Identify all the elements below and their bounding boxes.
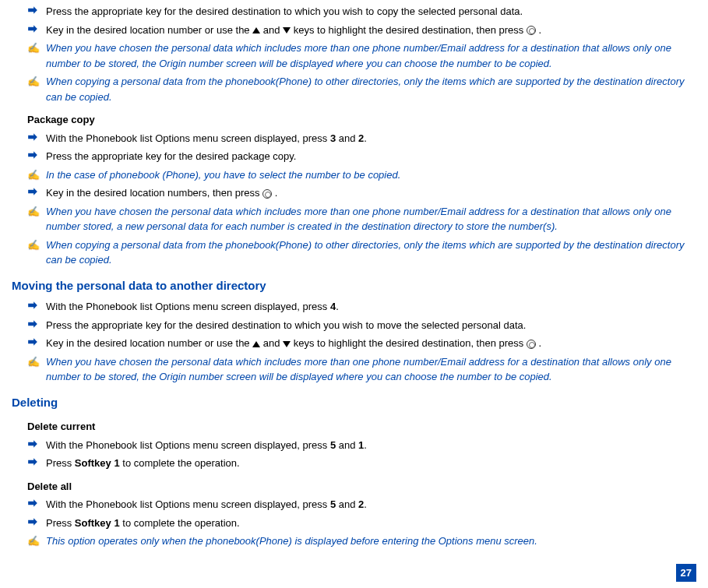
hand-icon bbox=[27, 516, 41, 531]
note-text: This option operates only when the phone… bbox=[46, 533, 696, 549]
text-fragment: and bbox=[260, 337, 283, 349]
text-fragment: and bbox=[336, 439, 358, 451]
key-reference: Softkey 1 bbox=[75, 517, 120, 529]
key-reference: Softkey 1 bbox=[75, 457, 120, 469]
note-text: When you have chosen the personal data w… bbox=[46, 354, 696, 385]
instruction-text: Key in the desired location number or us… bbox=[46, 23, 696, 38]
hand-icon bbox=[27, 23, 41, 38]
note-icon: ✍ bbox=[27, 167, 41, 183]
text-fragment: With the Phonebook list Options menu scr… bbox=[46, 301, 330, 312]
text-fragment: With the Phonebook list Options menu scr… bbox=[46, 498, 330, 510]
text-fragment: Key in the desired location numbers, the… bbox=[46, 187, 262, 199]
instruction-text: Press the appropriate key for the desire… bbox=[46, 4, 696, 19]
text-fragment: Press bbox=[46, 517, 75, 529]
section-heading-moving: Moving the personal data to another dire… bbox=[12, 277, 696, 295]
up-arrow-icon bbox=[252, 341, 260, 347]
note-icon: ✍ bbox=[27, 74, 41, 104]
text-fragment: keys to highlight the desired destinatio… bbox=[291, 337, 527, 349]
note-icon: ✍ bbox=[27, 354, 41, 385]
note-icon: ✍ bbox=[27, 204, 41, 234]
hand-icon bbox=[27, 299, 41, 315]
hand-icon bbox=[27, 336, 41, 351]
hand-icon bbox=[27, 185, 41, 201]
text-fragment: . bbox=[364, 439, 367, 451]
note-text: When you have chosen the personal data w… bbox=[46, 40, 696, 71]
instruction-text: Press the appropriate key for the desire… bbox=[46, 318, 696, 333]
hand-icon bbox=[27, 438, 41, 453]
hand-icon bbox=[27, 4, 41, 19]
hand-icon bbox=[27, 318, 41, 333]
note-text: When copying a personal data from the ph… bbox=[46, 74, 696, 104]
text-fragment: With the Phonebook list Options menu scr… bbox=[46, 132, 330, 144]
sub-heading-delete-all: Delete all bbox=[12, 479, 696, 495]
note-icon: ✍ bbox=[27, 238, 41, 268]
instruction-text: With the Phonebook list Options menu scr… bbox=[46, 131, 696, 146]
instruction-text: Press Softkey 1 to complete the operatio… bbox=[46, 456, 696, 471]
text-fragment: . bbox=[536, 24, 541, 36]
text-fragment: . bbox=[336, 301, 339, 312]
instruction-text: With the Phonebook list Options menu scr… bbox=[46, 299, 696, 315]
text-fragment: With the Phonebook list Options menu scr… bbox=[46, 439, 330, 451]
text-fragment: Press bbox=[46, 457, 75, 469]
text-fragment: Key in the desired location number or us… bbox=[46, 24, 252, 36]
text-fragment: . bbox=[272, 187, 277, 199]
hand-icon bbox=[27, 149, 41, 164]
text-fragment: . bbox=[364, 132, 367, 144]
page-footer: 27 bbox=[676, 564, 696, 583]
ring-button-icon bbox=[527, 340, 536, 349]
instruction-text: With the Phonebook list Options menu scr… bbox=[46, 497, 696, 512]
note-icon: ✍ bbox=[27, 40, 41, 71]
text-fragment: to complete the operation. bbox=[120, 517, 240, 529]
down-arrow-icon bbox=[283, 341, 291, 347]
hand-icon bbox=[27, 497, 41, 512]
text-fragment: and bbox=[336, 498, 358, 510]
text-fragment: . bbox=[364, 498, 367, 510]
note-text: When you have chosen the personal data w… bbox=[46, 204, 696, 234]
instruction-text: Key in the desired location numbers, the… bbox=[46, 185, 696, 201]
page-number-badge: 27 bbox=[676, 564, 696, 583]
down-arrow-icon bbox=[283, 27, 291, 33]
ring-button-icon bbox=[262, 189, 272, 199]
hand-icon bbox=[27, 131, 41, 146]
instruction-text: Key in the desired location number or us… bbox=[46, 336, 696, 351]
text-fragment: . bbox=[536, 337, 541, 349]
hand-icon bbox=[27, 456, 41, 471]
text-fragment: Key in the desired location number or us… bbox=[46, 337, 252, 349]
up-arrow-icon bbox=[252, 27, 260, 33]
sub-heading-delete-current: Delete current bbox=[12, 419, 696, 435]
section-heading-deleting: Deleting bbox=[12, 394, 696, 412]
note-text: When copying a personal data from the ph… bbox=[46, 238, 696, 268]
text-fragment: and bbox=[260, 24, 283, 36]
text-fragment: to complete the operation. bbox=[120, 457, 240, 469]
instruction-text: With the Phonebook list Options menu scr… bbox=[46, 438, 696, 453]
note-text: In the case of phonebook (Phone), you ha… bbox=[46, 167, 696, 183]
instruction-text: Press the appropriate key for the desire… bbox=[46, 149, 696, 164]
text-fragment: and bbox=[336, 132, 358, 144]
text-fragment: keys to highlight the desired destinatio… bbox=[291, 24, 527, 36]
ring-button-icon bbox=[527, 26, 536, 35]
sub-heading-package-copy: Package copy bbox=[12, 112, 696, 128]
instruction-text: Press Softkey 1 to complete the operatio… bbox=[46, 516, 696, 531]
note-icon: ✍ bbox=[27, 533, 41, 549]
